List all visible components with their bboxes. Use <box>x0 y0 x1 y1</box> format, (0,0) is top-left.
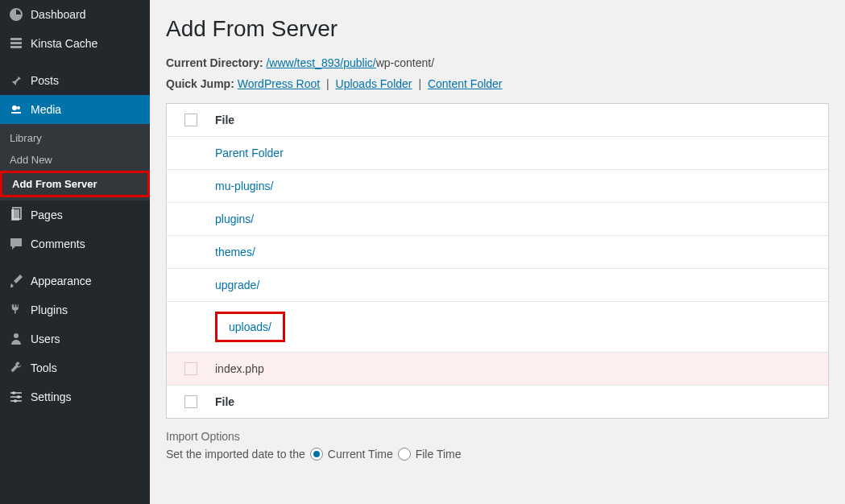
radio-current-time[interactable] <box>310 448 323 461</box>
sidebar-item-posts[interactable]: Posts <box>0 66 150 95</box>
table-footer-row: File <box>167 386 828 418</box>
parent-folder-link[interactable]: Parent Folder <box>215 147 284 159</box>
import-options-title: Import Options <box>166 430 829 443</box>
table-row-disabled: index.php <box>167 353 828 386</box>
sidebar-sub-add-from-server[interactable]: Add From Server <box>0 171 150 197</box>
select-all-checkbox[interactable] <box>184 114 197 126</box>
table-row: mu-plugins/ <box>167 170 828 203</box>
table-row: Parent Folder <box>167 137 828 170</box>
sidebar-sub-add-new[interactable]: Add New <box>0 149 150 171</box>
column-footer-file: File <box>207 395 820 408</box>
sidebar-sub-library[interactable]: Library <box>0 127 150 149</box>
sidebar-label: Dashboard <box>31 8 86 21</box>
folder-link-plugins[interactable]: plugins/ <box>215 213 254 225</box>
svg-rect-1 <box>10 42 22 44</box>
column-header-file: File <box>207 114 820 126</box>
radio-file-time-label: File Time <box>416 448 462 461</box>
table-row: uploads/ <box>167 302 828 353</box>
radio-file-time[interactable] <box>398 448 411 461</box>
pin-icon <box>8 72 24 89</box>
folder-link-uploads[interactable]: uploads/ <box>229 320 271 333</box>
sidebar-item-settings[interactable]: Settings <box>0 382 150 411</box>
sidebar-label: Kinsta Cache <box>31 37 97 50</box>
current-dir-link[interactable]: /www/test_893/public/ <box>266 56 375 69</box>
quick-jump-uploads[interactable]: Uploads Folder <box>336 77 412 90</box>
wrench-icon <box>8 360 24 376</box>
table-row: plugins/ <box>167 203 828 236</box>
sidebar-item-users[interactable]: Users <box>0 324 150 353</box>
folder-link-mu-plugins[interactable]: mu-plugins/ <box>215 180 273 192</box>
sidebar-label: Appearance <box>31 275 92 287</box>
file-table: File Parent Folder mu-plugins/ plugins/ … <box>166 103 829 419</box>
current-directory-line: Current Directory: /www/test_893/public/… <box>166 56 829 69</box>
import-options: Import Options Set the imported date to … <box>166 430 829 461</box>
table-row: upgrade/ <box>167 269 828 302</box>
sidebar-label: Plugins <box>31 304 68 316</box>
sliders-icon <box>8 389 24 405</box>
quick-jump-wp-root[interactable]: WordPress Root <box>238 77 320 90</box>
dashboard-icon <box>8 6 24 23</box>
folder-link-themes[interactable]: themes/ <box>215 246 255 258</box>
sidebar-item-pages[interactable]: Pages <box>0 200 150 229</box>
cache-icon <box>8 35 24 52</box>
svg-point-10 <box>17 395 20 399</box>
current-dir-tail: wp-content/ <box>376 56 434 69</box>
main-content: Add From Server Current Directory: /www/… <box>150 0 845 504</box>
sidebar-submenu-media: Library Add New Add From Server <box>0 124 150 200</box>
plug-icon <box>8 302 24 318</box>
sidebar-label: Media <box>31 103 61 116</box>
folder-link-upgrade[interactable]: upgrade/ <box>215 279 259 291</box>
svg-point-9 <box>12 391 15 395</box>
comments-icon <box>8 236 24 252</box>
pages-icon <box>8 207 24 223</box>
current-dir-label: Current Directory: <box>166 56 263 69</box>
file-checkbox-disabled <box>184 362 197 375</box>
svg-point-11 <box>14 399 17 403</box>
quick-jump-line: Quick Jump: WordPress Root | Uploads Fol… <box>166 77 829 90</box>
svg-rect-2 <box>10 46 22 48</box>
radio-current-time-label: Current Time <box>328 448 393 461</box>
sidebar-item-tools[interactable]: Tools <box>0 353 150 382</box>
admin-sidebar: Dashboard Kinsta Cache Posts Media Libra… <box>0 0 150 504</box>
sidebar-label: Settings <box>31 390 72 403</box>
sidebar-label: Comments <box>31 238 85 250</box>
sidebar-item-appearance[interactable]: Appearance <box>0 266 150 295</box>
sidebar-label: Pages <box>31 209 63 221</box>
page-title: Add From Server <box>166 16 829 42</box>
sidebar-label: Users <box>31 333 60 345</box>
sidebar-item-kinsta-cache[interactable]: Kinsta Cache <box>0 29 150 58</box>
brush-icon <box>8 273 24 289</box>
sidebar-label: Tools <box>31 361 57 374</box>
table-header-row: File <box>167 104 828 137</box>
file-name: index.php <box>207 362 820 375</box>
sidebar-item-dashboard[interactable]: Dashboard <box>0 0 150 29</box>
table-row: themes/ <box>167 236 828 269</box>
quick-jump-content[interactable]: Content Folder <box>428 77 503 90</box>
media-icon <box>8 101 24 118</box>
svg-point-5 <box>14 333 19 338</box>
sidebar-item-comments[interactable]: Comments <box>0 229 150 258</box>
sidebar-item-media[interactable]: Media <box>0 95 150 124</box>
select-all-checkbox-bottom[interactable] <box>184 395 197 408</box>
quick-jump-label: Quick Jump: <box>166 77 234 90</box>
svg-rect-0 <box>10 38 22 40</box>
import-date-label: Set the imported date to the <box>166 448 305 461</box>
sidebar-item-plugins[interactable]: Plugins <box>0 295 150 324</box>
user-icon <box>8 331 24 347</box>
sidebar-label: Posts <box>31 74 59 87</box>
